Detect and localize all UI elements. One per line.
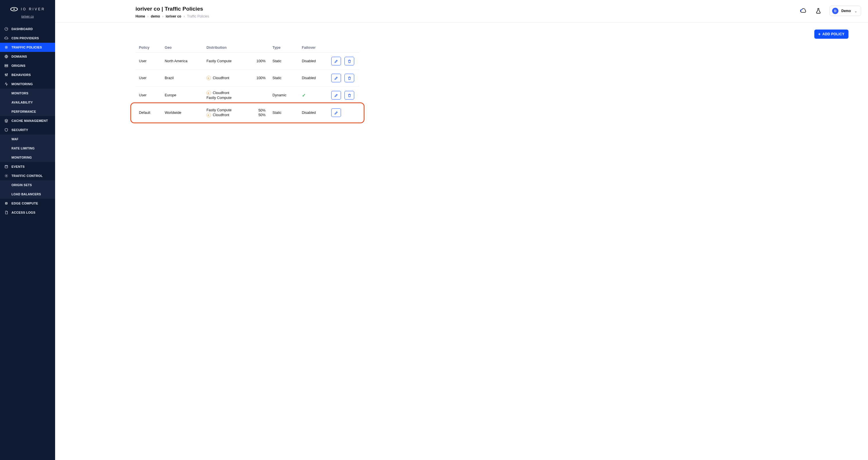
col-pct <box>249 43 269 53</box>
nav-sub-performance[interactable]: PERFORMANCE <box>0 107 55 116</box>
cell-geo: Worldwide <box>161 104 203 122</box>
cloud-status-icon[interactable] <box>800 7 807 14</box>
chevron-right-icon: › <box>147 14 148 19</box>
avatar: D <box>832 8 838 14</box>
user-menu[interactable]: D Demo ⌄ <box>830 6 861 16</box>
nav-sub-waf[interactable]: WAF <box>0 134 55 144</box>
provider-icon: ◐ <box>206 113 211 117</box>
cell-geo: Europe <box>161 87 203 104</box>
sliders-icon <box>4 72 9 77</box>
calendar-icon <box>4 164 9 169</box>
nav-edge-compute[interactable]: EDGE COMPUTE <box>0 199 55 208</box>
cell-geo: Brazil <box>161 70 203 87</box>
globe-icon <box>4 54 9 59</box>
nav-label: TRAFFIC POLICIES <box>11 45 42 49</box>
table-row: UserEurope◐CloudfrontFastly ComputeDynam… <box>135 87 360 104</box>
edit-button[interactable] <box>331 91 341 100</box>
nav-traffic-control[interactable]: TRAFFIC CONTROL <box>0 171 55 180</box>
distribution-percent: 50% <box>258 108 266 112</box>
nav-label: EDGE COMPUTE <box>11 202 38 205</box>
gauge-icon <box>4 27 9 31</box>
cell-type: Static <box>269 70 298 87</box>
table-wrap: Policy Geo Distribution Type Failover Us… <box>135 43 365 122</box>
nav-label: MONITORS <box>11 92 28 95</box>
nav-label: WAF <box>11 137 19 141</box>
nav-monitoring[interactable]: MONITORING <box>0 79 55 89</box>
col-type: Type <box>269 43 298 53</box>
page-title: ioriver co | Traffic Policies <box>135 6 209 12</box>
nav-origins[interactable]: ORIGINS <box>0 61 55 70</box>
nav-events[interactable]: EVENTS <box>0 162 55 171</box>
nav-sub-origin-sets[interactable]: ORIGIN SETS <box>0 180 55 190</box>
nav-cdn-providers[interactable]: CDN PROVIDERS <box>0 34 55 43</box>
nav-behaviors[interactable]: BEHAVIORS <box>0 70 55 79</box>
cell-failover: ✓ <box>299 87 328 104</box>
cell-distribution: ◐CloudfrontFastly Compute <box>203 87 249 104</box>
user-name: Demo <box>841 9 851 13</box>
distribution-name: Fastly Compute <box>206 59 231 63</box>
delete-button[interactable] <box>344 57 354 65</box>
nav-label: CACHE MANAGEMENT <box>11 119 48 123</box>
delete-button[interactable] <box>344 74 354 82</box>
nav-label: LOAD BALANCERS <box>11 192 41 196</box>
table-row: UserBrazil◐Cloudfront100%StaticDisabled <box>135 70 360 87</box>
svg-rect-4 <box>5 65 8 66</box>
nav-sub-availability[interactable]: AVAILABILITY <box>0 98 55 107</box>
control-icon <box>4 173 9 178</box>
svg-rect-5 <box>5 66 8 67</box>
svg-rect-11 <box>5 202 7 204</box>
server-icon <box>4 63 9 68</box>
distribution-percent: 50% <box>258 113 266 117</box>
cpu-icon <box>4 201 9 206</box>
edit-button[interactable] <box>331 57 341 65</box>
edit-button[interactable] <box>331 108 341 117</box>
chevron-right-icon: › <box>162 14 163 19</box>
shield-icon <box>4 128 9 132</box>
chevron-right-icon: › <box>183 14 185 19</box>
nav-security[interactable]: SECURITY <box>0 125 55 134</box>
breadcrumbs: Home › demo › ioriver co › Traffic Polic… <box>135 14 209 19</box>
provider-icon: ◐ <box>206 91 211 95</box>
crumb-demo[interactable]: demo <box>151 14 160 19</box>
file-icon <box>4 210 9 215</box>
nav-sub-monitoring[interactable]: MONITORING <box>0 153 55 162</box>
nav-sub-monitors[interactable]: MONITORS <box>0 89 55 98</box>
svg-point-1 <box>13 9 14 10</box>
nav-label: MONITORING <box>11 156 32 159</box>
crumb-service[interactable]: ioriver co <box>166 14 181 19</box>
nav-domains[interactable]: DOMAINS <box>0 52 55 61</box>
flask-icon[interactable] <box>815 7 822 14</box>
chevron-down-icon: ⌄ <box>854 9 857 13</box>
nav-label: AVAILABILITY <box>11 101 33 104</box>
nav-sub-load-balancers[interactable]: LOAD BALANCERS <box>0 190 55 199</box>
svg-point-10 <box>6 175 7 176</box>
provider-icon: ◐ <box>206 76 211 80</box>
distribution-name: Fastly Compute <box>206 108 231 112</box>
nav-cache-management[interactable]: CACHE MANAGEMENT <box>0 116 55 125</box>
cell-actions <box>328 70 360 87</box>
delete-button[interactable] <box>344 91 354 100</box>
nav-traffic-policies[interactable]: TRAFFIC POLICIES <box>0 43 55 52</box>
check-icon: ✓ <box>302 93 306 98</box>
col-policy: Policy <box>135 43 161 53</box>
cell-pct <box>249 87 269 104</box>
cell-distribution: Fastly Compute <box>203 53 249 70</box>
col-geo: Geo <box>161 43 203 53</box>
distribution-name: Cloudfront <box>213 113 229 117</box>
svg-rect-9 <box>5 165 7 168</box>
cell-policy: User <box>135 87 161 104</box>
add-policy-button[interactable]: + ADD POLICY <box>814 30 849 39</box>
nav-label: MONITORING <box>11 82 33 86</box>
edit-button[interactable] <box>331 74 341 82</box>
nav-access-logs[interactable]: ACCESS LOGS <box>0 208 55 217</box>
cell-type: Dynamic <box>269 87 298 104</box>
cell-actions <box>328 104 360 122</box>
crumb-home[interactable]: Home <box>135 14 145 19</box>
nav-label: RATE LIMITING <box>11 146 35 150</box>
cell-failover: Disabled <box>299 70 328 87</box>
nav-dashboard[interactable]: DASHBOARD <box>0 24 55 34</box>
nav-label: TRAFFIC CONTROL <box>11 174 43 177</box>
brand-subtitle[interactable]: ioriver co <box>21 15 34 18</box>
nav-sub-rate-limiting[interactable]: RATE LIMITING <box>0 144 55 153</box>
nav-label: EVENTS <box>11 165 25 168</box>
